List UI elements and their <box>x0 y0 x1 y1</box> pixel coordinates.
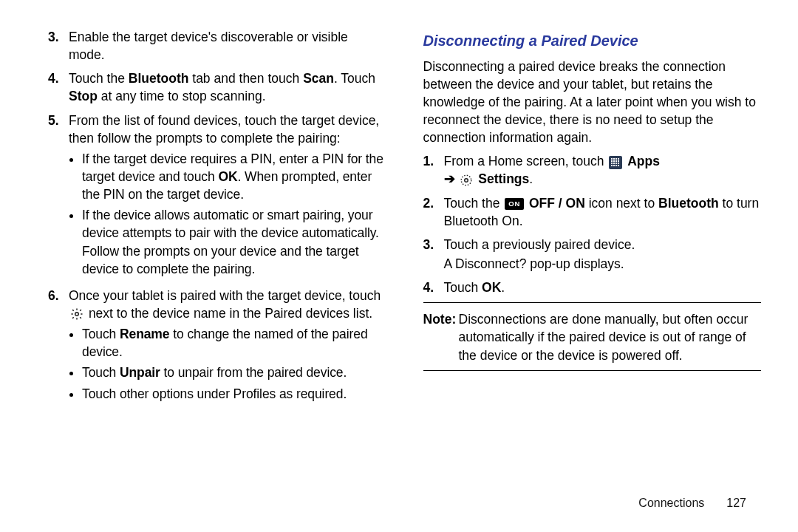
footer-page-number: 127 <box>726 497 746 509</box>
text: . Touch <box>334 71 375 86</box>
step-6: 6. Once your tablet is paired with the t… <box>48 287 386 406</box>
step-text: Touch a previously paired device. A Disc… <box>444 236 762 273</box>
svg-rect-14 <box>611 165 613 166</box>
text: icon next to <box>585 196 658 211</box>
step-number: 4. <box>423 279 444 296</box>
step-text: From the list of found devices, touch th… <box>69 112 386 281</box>
apps-grid-icon <box>609 156 622 169</box>
step-3: 3. Touch a previously paired device. A D… <box>423 236 762 273</box>
manual-page: 3. Enable the target device's discoverab… <box>0 0 798 532</box>
footer-section: Connections <box>638 497 704 509</box>
svg-rect-17 <box>618 165 619 166</box>
svg-rect-15 <box>613 165 615 166</box>
section-heading: Disconnecting a Paired Device <box>423 31 762 52</box>
svg-rect-6 <box>611 160 613 162</box>
arrow-right-icon: ➔ <box>444 171 459 186</box>
bullet: If the target device requires a PIN, ent… <box>82 150 386 203</box>
label-bluetooth: Bluetooth <box>658 196 719 211</box>
text: Touch a previously paired device. <box>444 237 635 252</box>
bullet: Touch other options under Profiles as re… <box>82 385 386 403</box>
bullet: Touch Unpair to unpair from the paired d… <box>82 364 386 381</box>
intro-paragraph: Disconnecting a paired device breaks the… <box>423 58 762 147</box>
step-4: 4. Touch OK. <box>423 279 762 296</box>
text: From a Home screen, touch <box>444 154 608 168</box>
text: tab and then touch <box>188 71 303 86</box>
text: Touch <box>444 280 482 295</box>
label-off-on: OFF / ON <box>529 196 585 211</box>
step-text: Touch the Bluetooth tab and then touch S… <box>69 69 386 105</box>
svg-rect-4 <box>615 158 617 160</box>
step-number: 4. <box>48 69 69 105</box>
step-5: 5. From the list of found devices, touch… <box>48 112 386 281</box>
step-text: Touch the ON OFF / ON icon next to Bluet… <box>444 194 762 230</box>
text: A Disconnect? pop-up displays. <box>444 255 762 273</box>
step-4: 4. Touch the Bluetooth tab and then touc… <box>48 69 386 105</box>
svg-rect-10 <box>611 163 613 164</box>
text: Touch <box>82 327 120 341</box>
svg-rect-2 <box>611 158 613 160</box>
step-number: 5. <box>48 112 69 281</box>
svg-rect-11 <box>613 163 615 164</box>
step-number: 6. <box>48 287 69 406</box>
svg-rect-7 <box>613 160 615 162</box>
text: . <box>529 171 533 186</box>
step-1: 1. From a Home screen, touch <box>423 152 762 188</box>
columns: 3. Enable the target device's discoverab… <box>48 22 761 489</box>
label-unpair: Unpair <box>120 365 160 380</box>
text: at any time to stop scanning. <box>98 89 266 103</box>
step-2: 2. Touch the ON OFF / ON icon next to Bl… <box>423 194 762 230</box>
bullet: If the device allows automatic or smart … <box>82 206 386 278</box>
step-text: Touch OK. <box>444 279 762 296</box>
note-label: Note: <box>423 310 459 364</box>
label-ok: OK <box>482 280 501 295</box>
svg-rect-3 <box>613 158 615 160</box>
label-scan: Scan <box>303 71 334 86</box>
step-text: Enable the target device's discoverable … <box>69 28 386 64</box>
text: next to the device name in the Paired de… <box>89 306 372 321</box>
right-column: Disconnecting a Paired Device Disconnect… <box>423 22 762 489</box>
label-bluetooth: Bluetooth <box>129 71 189 86</box>
text: Touch <box>82 365 120 380</box>
text: Touch the <box>69 71 129 86</box>
step6-bullets: Touch Rename to change the named of the … <box>69 325 386 403</box>
text: Once your tablet is paired with the targ… <box>69 288 381 303</box>
step-text: Once your tablet is paired with the targ… <box>69 287 386 406</box>
svg-rect-13 <box>618 163 619 164</box>
label-rename: Rename <box>120 327 170 341</box>
label-settings: Settings <box>478 171 529 186</box>
label-stop: Stop <box>69 89 98 103</box>
settings-gear-icon <box>70 307 83 321</box>
svg-rect-12 <box>615 163 617 164</box>
text: . <box>501 280 505 295</box>
right-numbered-list: 1. From a Home screen, touch <box>423 152 762 296</box>
note-text: Disconnections are done manually, but of… <box>459 310 762 364</box>
step-text: From a Home screen, touch Ap <box>444 152 762 188</box>
step-number: 2. <box>423 194 444 230</box>
svg-point-18 <box>465 179 468 183</box>
step-3: 3. Enable the target device's discoverab… <box>48 28 386 64</box>
left-column: 3. Enable the target device's discoverab… <box>48 22 386 489</box>
svg-point-0 <box>75 313 79 316</box>
svg-rect-9 <box>618 160 619 162</box>
bullet: Touch Rename to change the named of the … <box>82 325 386 361</box>
svg-rect-16 <box>615 165 617 166</box>
label-ok: OK <box>218 169 237 184</box>
step-number: 1. <box>423 152 444 188</box>
step-number: 3. <box>48 28 69 64</box>
left-numbered-list: 3. Enable the target device's discoverab… <box>48 28 386 406</box>
step-number: 3. <box>423 236 444 273</box>
settings-gear-icon <box>460 174 473 187</box>
svg-point-19 <box>462 175 472 185</box>
divider <box>423 370 762 371</box>
page-footer: Connections127 <box>48 497 761 510</box>
divider <box>423 302 762 303</box>
step5-bullets: If the target device requires a PIN, ent… <box>69 150 386 278</box>
text: to unpair from the paired device. <box>160 365 347 380</box>
svg-rect-5 <box>618 158 619 160</box>
note-block: Note: Disconnections are done manually, … <box>423 310 762 364</box>
label-apps: Apps <box>627 154 660 168</box>
svg-rect-8 <box>615 160 617 162</box>
text: Touch the <box>444 196 504 211</box>
on-toggle-icon: ON <box>505 198 524 209</box>
text: From the list of found devices, touch th… <box>69 113 379 146</box>
